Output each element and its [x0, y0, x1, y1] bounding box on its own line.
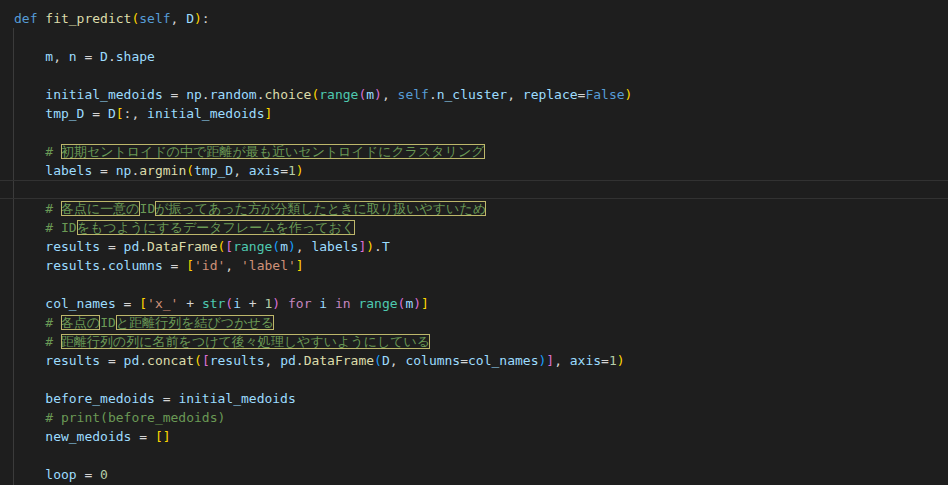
token-b1: )	[366, 239, 374, 254]
token-b3: (	[374, 353, 382, 368]
token-n: 1	[609, 353, 617, 368]
token-v: pd	[280, 353, 296, 368]
token-v: pd	[124, 239, 140, 254]
code-lines: def fit_predict(self, D): m, n = D.shape…	[0, 9, 948, 484]
token-o: :	[202, 11, 210, 26]
token-f: DataFrame	[147, 239, 217, 254]
token-v: tmp_D	[45, 106, 84, 121]
token-b1: (	[186, 163, 194, 178]
token-v: initial_medoids	[45, 87, 162, 102]
token-o	[14, 391, 45, 406]
token-b1: ]	[264, 106, 272, 121]
code-line[interactable]: # 各点のIDと距離行列を結びつかせる	[0, 313, 948, 332]
code-line[interactable]: # 初期セントロイドの中で距離が最も近いセントロイドにクラスタリング	[0, 142, 948, 161]
token-f: argmin	[139, 163, 186, 178]
token-k: self	[139, 11, 170, 26]
token-v: labels	[311, 239, 358, 254]
token-v: tmp_D	[194, 163, 233, 178]
code-line[interactable]: results.columns = ['id', 'label']	[0, 256, 948, 275]
token-o	[14, 106, 45, 121]
token-v: axis	[249, 163, 280, 178]
token-b2: [	[202, 353, 210, 368]
token-b1: )	[625, 87, 633, 102]
token-c: #	[45, 315, 61, 330]
token-o	[14, 296, 45, 311]
code-line[interactable]: labels = np.argmin(tmp_D, axis=1)	[0, 161, 948, 180]
code-editor[interactable]: def fit_predict(self, D): m, n = D.shape…	[0, 0, 948, 485]
token-o: .	[139, 239, 147, 254]
code-line[interactable]: tmp_D = D[:, initial_medoids]	[0, 104, 948, 123]
token-kc: for	[280, 296, 319, 311]
code-line[interactable]: results = pd.DataFrame([range(m), labels…	[0, 237, 948, 256]
token-v: new_medoids	[45, 429, 131, 444]
token-n: 0	[100, 467, 108, 482]
token-cb: 距離行列の列に名前をつけて後々処理しやすいようにしている	[61, 334, 430, 349]
token-o: ,	[554, 353, 570, 368]
code-line[interactable]	[0, 28, 948, 47]
token-o	[14, 467, 45, 482]
code-line[interactable]: # 距離行列の列に名前をつけて後々処理しやすいようにしている	[0, 332, 948, 351]
code-line-current[interactable]	[0, 180, 948, 199]
token-b2: (	[225, 296, 233, 311]
token-s: 'id'	[194, 258, 225, 273]
code-line[interactable]	[0, 446, 948, 465]
code-line[interactable]: # 各点に一意のIDが振ってあった方が分類したときに取り扱いやすいため	[0, 199, 948, 218]
token-v: np	[186, 87, 202, 102]
code-line[interactable]: results = pd.concat([results, pd.DataFra…	[0, 351, 948, 370]
token-v: D	[108, 106, 116, 121]
token-v: m	[280, 239, 288, 254]
code-line[interactable]	[0, 370, 948, 389]
token-o	[14, 201, 45, 216]
token-v: i	[233, 296, 241, 311]
token-o	[14, 87, 45, 102]
token-o: =	[77, 467, 100, 482]
token-t: range	[233, 239, 272, 254]
code-line[interactable]: m, n = D.shape	[0, 47, 948, 66]
token-v: n_cluster	[437, 87, 507, 102]
token-v: n	[69, 49, 77, 64]
code-line[interactable]: # IDをもつようにするデータフレームを作っておく	[0, 218, 948, 237]
code-line[interactable]: loop = 0	[0, 465, 948, 484]
token-b1: [	[139, 296, 147, 311]
code-line[interactable]: before_medoids = initial_medoids	[0, 389, 948, 408]
token-c: ID	[140, 201, 156, 216]
token-f: DataFrame	[304, 353, 374, 368]
code-line[interactable]: initial_medoids = np.random.choice(range…	[0, 85, 948, 104]
code-line[interactable]: new_medoids = []	[0, 427, 948, 446]
token-kc: in	[327, 296, 358, 311]
token-c: #	[45, 144, 61, 159]
token-v: m	[45, 49, 53, 64]
token-o	[14, 220, 45, 235]
token-v: before_medoids	[45, 391, 155, 406]
token-o: ,	[53, 49, 69, 64]
token-o: :,	[124, 106, 147, 121]
token-f: choice	[264, 87, 311, 102]
token-b2: )	[374, 87, 382, 102]
token-f: fit_predict	[45, 11, 131, 26]
token-c: # ID	[45, 220, 76, 235]
token-s: 'x_'	[147, 296, 178, 311]
token-o: .	[429, 87, 437, 102]
token-v: results	[45, 258, 100, 273]
token-b2: [	[225, 239, 233, 254]
code-line[interactable]: col_names = ['x_' + str(i + 1) for i in …	[0, 294, 948, 313]
token-o: =	[280, 163, 288, 178]
token-o	[14, 429, 45, 444]
code-line[interactable]	[0, 66, 948, 85]
token-o: ,	[265, 353, 281, 368]
code-line[interactable]: def fit_predict(self, D):	[0, 9, 948, 28]
token-o: .	[139, 353, 147, 368]
token-o: ,	[171, 11, 187, 26]
token-b1: ]	[421, 296, 429, 311]
code-line[interactable]	[0, 275, 948, 294]
token-o	[14, 353, 45, 368]
token-o: .	[202, 87, 210, 102]
token-o: ,	[507, 87, 523, 102]
token-v: shape	[116, 49, 155, 64]
code-line[interactable]: # print(before_medoids)	[0, 408, 948, 427]
token-o: =	[116, 296, 139, 311]
token-o: =	[100, 353, 123, 368]
token-cb: が振ってあった方が分類したときに取り扱いやすいため	[155, 201, 486, 216]
code-line[interactable]	[0, 123, 948, 142]
token-v: D	[100, 49, 108, 64]
